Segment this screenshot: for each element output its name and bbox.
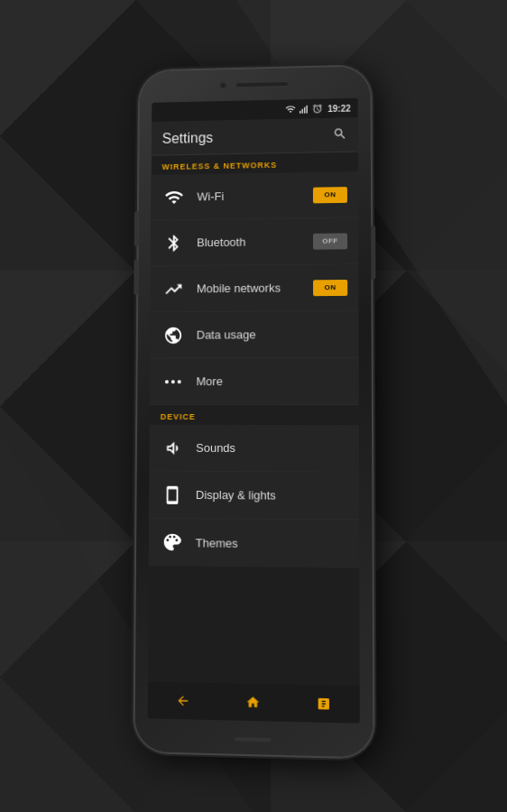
nav-bar <box>148 682 360 724</box>
back-icon <box>175 693 189 708</box>
recents-icon <box>317 697 331 712</box>
themes-label: Themes <box>196 536 348 551</box>
display-label: Display & lights <box>196 488 348 503</box>
phone-screen: 19:22 Settings WIRELESS & NETWORKS <box>148 98 360 724</box>
svg-rect-0 <box>300 111 300 114</box>
earpiece-speaker <box>235 81 289 88</box>
more-item[interactable]: More <box>150 358 359 405</box>
back-button[interactable] <box>168 686 197 715</box>
page-title: Settings <box>162 130 214 147</box>
mobile-networks-toggle[interactable]: ON <box>313 279 347 295</box>
signal-status-icon <box>299 104 309 115</box>
wifi-icon <box>161 185 187 210</box>
sounds-item[interactable]: Sounds <box>150 425 359 473</box>
data-usage-icon <box>161 322 186 347</box>
wifi-label: Wi-Fi <box>197 189 313 204</box>
bluetooth-icon <box>161 230 187 255</box>
mobile-networks-label: Mobile networks <box>197 281 313 295</box>
data-usage-item[interactable]: Data usage <box>150 311 358 359</box>
bluetooth-item[interactable]: Bluetooth OFF <box>151 217 358 266</box>
svg-rect-2 <box>304 107 305 114</box>
display-icon <box>160 482 185 507</box>
data-usage-label: Data usage <box>197 328 348 342</box>
mobile-networks-item[interactable]: Mobile networks ON <box>151 264 359 312</box>
wifi-item[interactable]: Wi-Fi ON <box>151 171 358 220</box>
status-icons: 19:22 <box>286 103 351 115</box>
phone-chin <box>235 737 272 742</box>
phone-device: 19:22 Settings WIRELESS & NETWORKS <box>134 66 373 757</box>
sounds-label: Sounds <box>196 441 348 456</box>
more-label: More <box>196 374 347 388</box>
device-section-label: DEVICE <box>150 405 359 425</box>
three-dots-icon <box>165 380 181 383</box>
search-button[interactable] <box>333 126 347 144</box>
search-icon <box>333 126 347 141</box>
mobile-networks-icon <box>161 276 187 301</box>
display-item[interactable]: Display & lights <box>149 472 359 521</box>
svg-rect-1 <box>302 109 303 114</box>
sounds-icon <box>160 435 185 460</box>
bluetooth-label: Bluetooth <box>197 235 313 249</box>
wifi-toggle[interactable]: ON <box>313 187 347 203</box>
status-time: 19:22 <box>327 103 351 113</box>
settings-header: Settings <box>152 117 358 155</box>
recents-button[interactable] <box>309 688 339 719</box>
bluetooth-toggle[interactable]: OFF <box>313 233 347 249</box>
settings-content: Settings WIRELESS & NETWORKS Wi-Fi ON <box>148 117 360 686</box>
phone-top-hardware <box>219 80 289 89</box>
themes-item[interactable]: Themes <box>149 519 359 568</box>
home-button[interactable] <box>238 687 267 718</box>
themes-icon <box>160 530 185 555</box>
more-icon <box>161 369 186 394</box>
front-camera <box>219 82 226 89</box>
svg-rect-3 <box>307 106 308 114</box>
alarm-status-icon <box>312 103 323 114</box>
wifi-status-icon <box>286 104 297 115</box>
home-icon <box>245 695 260 710</box>
